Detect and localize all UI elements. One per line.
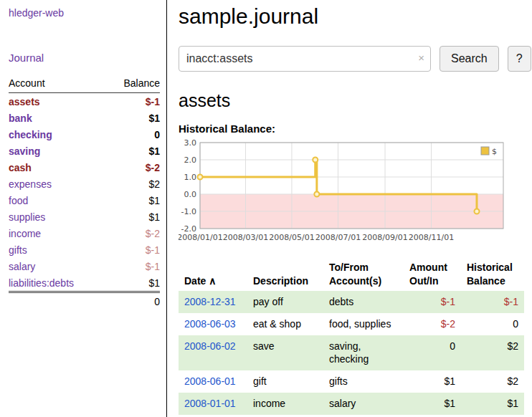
- transaction-amount: $-1: [404, 291, 461, 313]
- account-balance: $-1: [106, 241, 160, 258]
- transaction-balance: $-1: [461, 291, 524, 313]
- register-row: 2008-06-02 save saving, checking 0 $2: [179, 335, 524, 371]
- transaction-accounts: gifts: [323, 370, 404, 393]
- transaction-date-link[interactable]: 2008-12-31: [184, 296, 236, 307]
- transaction-description: gift: [247, 370, 323, 393]
- account-link-liabilities-debts[interactable]: liabilities:debts: [9, 277, 74, 289]
- svg-text:2.0: 2.0: [184, 155, 197, 165]
- register-header-description: Description: [247, 258, 323, 291]
- main-content: sample.journal × Search ? assets Histori…: [167, 0, 532, 417]
- sort-asc-icon: ∧: [209, 275, 216, 287]
- svg-text:3.0: 3.0: [184, 139, 197, 148]
- accounts-table: Account Balance assets $-1 bank $1 check…: [9, 75, 160, 310]
- transaction-accounts: debts: [323, 291, 404, 313]
- svg-text:2008/03/01: 2008/03/01: [223, 233, 268, 242]
- transaction-amount: $-2: [404, 313, 461, 335]
- clear-search-icon[interactable]: ×: [418, 52, 424, 64]
- page-title: sample.journal: [179, 4, 531, 29]
- app-title-link[interactable]: hledger-web: [9, 7, 160, 19]
- account-link-assets[interactable]: assets: [9, 96, 40, 107]
- svg-text:2008/01/01: 2008/01/01: [179, 233, 223, 242]
- account-balance: $1: [106, 274, 160, 292]
- svg-text:$: $: [492, 147, 497, 156]
- account-balance: $-2: [106, 159, 160, 176]
- register-header-date-label: Date: [184, 275, 206, 287]
- register-header-date[interactable]: Date ∧: [179, 258, 247, 291]
- search-bar: × Search ?: [179, 46, 531, 72]
- svg-text:2008/05/01: 2008/05/01: [269, 233, 314, 242]
- register-header-row: Date ∧ Description To/From Account(s) Am…: [179, 258, 524, 291]
- transaction-description: pay off: [247, 291, 323, 313]
- account-balance: $-2: [106, 225, 160, 241]
- account-link-bank[interactable]: bank: [9, 112, 32, 124]
- accounts-header-balance: Balance: [106, 75, 160, 93]
- transaction-accounts: salary: [323, 393, 404, 415]
- account-row-saving: saving $1: [9, 143, 160, 159]
- account-balance: $-1: [106, 93, 160, 110]
- chart-svg: 3.02.01.00.0-1.0-2.02008/01/012008/03/01…: [179, 139, 510, 246]
- account-row-expenses: expenses $2: [9, 176, 160, 192]
- transaction-date-link[interactable]: 2008-01-01: [184, 398, 236, 409]
- account-row-liabilities-debts: liabilities:debts $1: [9, 274, 160, 292]
- search-input[interactable]: [179, 46, 431, 72]
- transaction-amount: $1: [404, 393, 461, 415]
- account-row-assets: assets $-1: [9, 93, 160, 110]
- svg-text:2008/09/01: 2008/09/01: [362, 233, 407, 242]
- transaction-date-link[interactable]: 2008-06-01: [184, 375, 236, 387]
- account-balance: $1: [106, 143, 160, 159]
- account-row-food: food $1: [9, 192, 160, 208]
- search-button[interactable]: Search: [440, 46, 499, 72]
- help-button[interactable]: ?: [508, 46, 531, 72]
- transaction-balance: $1: [461, 393, 524, 415]
- register-table: Date ∧ Description To/From Account(s) Am…: [179, 258, 524, 415]
- account-balance: $1: [106, 110, 160, 126]
- register-row: 2008-12-31 pay off debts $-1 $-1: [179, 291, 524, 313]
- transaction-balance: $2: [461, 335, 524, 371]
- register-row: 2008-01-01 income salary $1 $1: [179, 393, 524, 415]
- account-link-gifts[interactable]: gifts: [9, 244, 27, 256]
- transaction-date-link[interactable]: 2008-06-02: [184, 340, 236, 352]
- sidebar: hledger-web Journal Account Balance asse…: [0, 0, 167, 417]
- register-header-amount: Amount Out/In: [404, 258, 461, 291]
- account-balance: $1: [106, 192, 160, 208]
- account-link-salary[interactable]: salary: [9, 261, 35, 272]
- svg-text:0.0: 0.0: [184, 190, 197, 199]
- account-link-saving[interactable]: saving: [9, 145, 40, 157]
- account-row-bank: bank $1: [9, 110, 160, 126]
- account-link-food[interactable]: food: [9, 195, 28, 206]
- account-row-income: income $-2: [9, 225, 160, 241]
- account-balance: $-1: [106, 258, 160, 274]
- svg-text:-1.0: -1.0: [181, 207, 196, 216]
- account-link-cash[interactable]: cash: [9, 162, 32, 173]
- transaction-accounts: food, supplies: [323, 313, 404, 335]
- chart-title: Historical Balance:: [179, 123, 531, 135]
- account-row-salary: salary $-1: [9, 258, 160, 274]
- account-link-expenses[interactable]: expenses: [9, 178, 52, 190]
- app: hledger-web Journal Account Balance asse…: [0, 0, 532, 417]
- accounts-header-account: Account: [9, 75, 106, 93]
- transaction-balance: 0: [461, 313, 524, 335]
- transaction-balance: $2: [461, 370, 524, 393]
- register-header-balance: Historical Balance: [461, 258, 524, 291]
- transaction-accounts: saving, checking: [323, 335, 404, 371]
- transaction-description: income: [247, 393, 323, 415]
- account-balance: 0: [106, 126, 160, 143]
- transaction-amount: $1: [404, 370, 461, 393]
- transaction-date-link[interactable]: 2008-06-03: [184, 318, 236, 330]
- account-link-income[interactable]: income: [9, 228, 41, 239]
- sidebar-item-journal[interactable]: Journal: [9, 52, 160, 64]
- svg-text:2008/07/01: 2008/07/01: [315, 233, 361, 242]
- account-balance: $2: [106, 176, 160, 192]
- account-link-checking[interactable]: checking: [9, 129, 52, 140]
- account-row-checking: checking 0: [9, 126, 160, 143]
- accounts-header-row: Account Balance: [9, 75, 160, 93]
- account-link-supplies[interactable]: supplies: [9, 211, 45, 223]
- account-row-cash: cash $-2: [9, 159, 160, 176]
- historical-balance-chart: 3.02.01.00.0-1.0-2.02008/01/012008/03/01…: [179, 139, 531, 249]
- accounts-total-balance: 0: [106, 292, 160, 310]
- accounts-total-row: 0: [9, 292, 160, 310]
- transaction-amount: 0: [404, 335, 461, 371]
- register-row: 2008-06-03 eat & shop food, supplies $-2…: [179, 313, 524, 335]
- search-input-wrap: ×: [179, 46, 431, 72]
- account-row-gifts: gifts $-1: [9, 241, 160, 258]
